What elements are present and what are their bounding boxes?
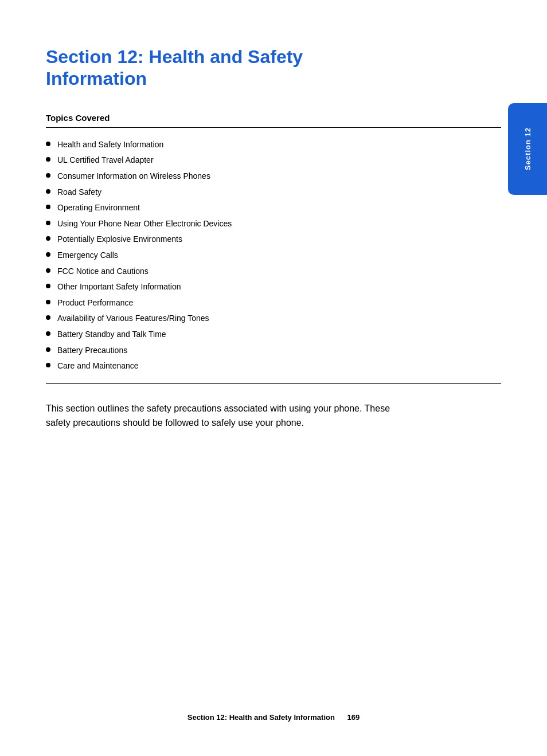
- list-item-text: UL Certified Travel Adapter: [57, 155, 154, 166]
- list-item: FCC Notice and Cautions: [46, 266, 501, 277]
- bullet-icon: [46, 221, 50, 225]
- list-item-text: Other Important Safety Information: [57, 281, 181, 293]
- list-item: Emergency Calls: [46, 250, 501, 261]
- list-item-text: Battery Standby and Talk Time: [57, 329, 166, 340]
- list-item-text: Operating Environment: [57, 202, 140, 214]
- bullet-icon: [46, 236, 50, 241]
- bullet-icon: [46, 300, 50, 304]
- bullet-icon: [46, 331, 50, 336]
- list-item-text: FCC Notice and Cautions: [57, 266, 149, 277]
- list-item: Care and Maintenance: [46, 361, 501, 372]
- footer-section-label: Section 12: Health and Safety Informatio…: [187, 713, 335, 722]
- list-item: Battery Standby and Talk Time: [46, 329, 501, 340]
- bullet-icon: [46, 363, 50, 367]
- topics-covered-heading: Topics Covered: [46, 113, 501, 123]
- page-title: Section 12: Health and Safety Informatio…: [46, 46, 378, 90]
- list-item: Operating Environment: [46, 202, 501, 214]
- list-item-text: Potentially Explosive Environments: [57, 234, 182, 245]
- list-item: Availability of Various Features/Ring To…: [46, 313, 501, 324]
- list-item-text: Road Safety: [57, 187, 101, 198]
- list-item: Battery Precautions: [46, 345, 501, 357]
- body-text: This section outlines the safety precaut…: [46, 401, 413, 430]
- list-item-text: Availability of Various Features/Ring To…: [57, 313, 209, 324]
- bullet-icon: [46, 142, 50, 146]
- list-item-text: Consumer Information on Wireless Phones: [57, 171, 210, 182]
- bullet-icon: [46, 157, 50, 162]
- top-divider: [46, 127, 501, 128]
- list-item: Consumer Information on Wireless Phones: [46, 171, 501, 182]
- section-tab-label: Section 12: [523, 127, 532, 170]
- topics-list: Health and Safety InformationUL Certifie…: [46, 139, 501, 372]
- list-item: UL Certified Travel Adapter: [46, 155, 501, 166]
- list-item: Product Performance: [46, 297, 501, 309]
- list-item-text: Care and Maintenance: [57, 361, 139, 372]
- bullet-icon: [46, 189, 50, 194]
- bullet-icon: [46, 173, 50, 178]
- list-item-text: Health and Safety Information: [57, 139, 163, 151]
- bullet-icon: [46, 268, 50, 273]
- bottom-divider: [46, 383, 501, 384]
- list-item-text: Battery Precautions: [57, 345, 127, 357]
- page-container: Section 12 Section 12: Health and Safety…: [0, 0, 547, 756]
- list-item: Using Your Phone Near Other Electronic D…: [46, 218, 501, 230]
- page-footer: Section 12: Health and Safety Informatio…: [0, 713, 547, 722]
- list-item-text: Emergency Calls: [57, 250, 118, 261]
- list-item: Other Important Safety Information: [46, 281, 501, 293]
- bullet-icon: [46, 347, 50, 352]
- bullet-icon: [46, 252, 50, 257]
- list-item-text: Product Performance: [57, 297, 133, 309]
- list-item-text: Using Your Phone Near Other Electronic D…: [57, 218, 232, 230]
- list-item: Health and Safety Information: [46, 139, 501, 151]
- bullet-icon: [46, 315, 50, 320]
- bullet-icon: [46, 284, 50, 288]
- page-number: 169: [347, 713, 360, 722]
- section-tab: Section 12: [508, 103, 547, 195]
- list-item: Potentially Explosive Environments: [46, 234, 501, 245]
- bullet-icon: [46, 205, 50, 209]
- list-item: Road Safety: [46, 187, 501, 198]
